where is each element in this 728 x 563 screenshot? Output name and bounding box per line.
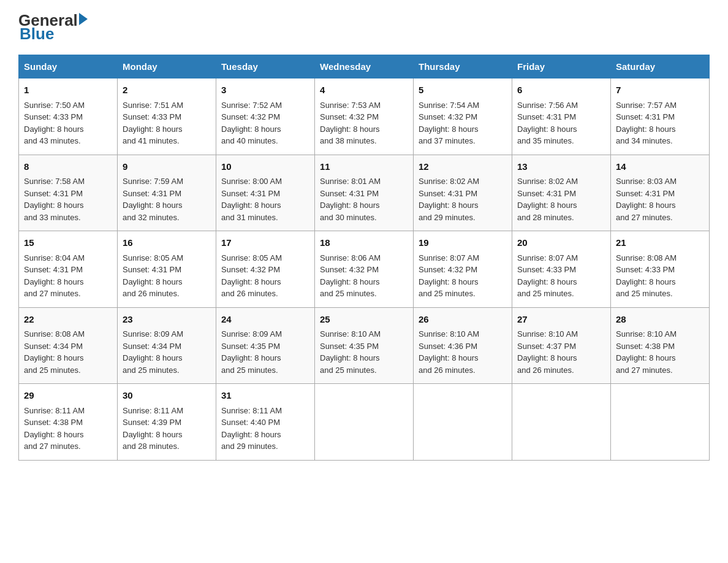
calendar-week-4: 22Sunrise: 8:08 AMSunset: 4:34 PMDayligh… — [19, 307, 710, 384]
day-number: 21 — [616, 236, 704, 250]
calendar-cell: 27Sunrise: 8:10 AMSunset: 4:37 PMDayligh… — [512, 307, 611, 384]
logo-arrow-icon — [79, 13, 88, 25]
calendar-cell: 5Sunrise: 7:54 AMSunset: 4:32 PMDaylight… — [414, 79, 512, 155]
calendar-cell: 23Sunrise: 8:09 AMSunset: 4:34 PMDayligh… — [118, 307, 216, 384]
day-number: 25 — [320, 313, 408, 327]
day-number: 3 — [221, 83, 309, 98]
calendar-week-1: 1Sunrise: 7:50 AMSunset: 4:33 PMDaylight… — [19, 79, 710, 155]
day-header-monday: Monday — [118, 55, 216, 79]
calendar-cell: 14Sunrise: 8:03 AMSunset: 4:31 PMDayligh… — [611, 155, 710, 231]
calendar-cell: 24Sunrise: 8:09 AMSunset: 4:35 PMDayligh… — [216, 307, 315, 384]
day-header-tuesday: Tuesday — [216, 55, 315, 79]
calendar-cell: 1Sunrise: 7:50 AMSunset: 4:33 PMDaylight… — [19, 79, 118, 155]
day-number: 23 — [123, 313, 211, 327]
calendar-cell: 7Sunrise: 7:57 AMSunset: 4:31 PMDaylight… — [611, 79, 710, 155]
calendar-cell: 26Sunrise: 8:10 AMSunset: 4:36 PMDayligh… — [414, 307, 512, 384]
day-number: 9 — [123, 160, 211, 174]
day-number: 14 — [616, 160, 704, 174]
day-header-thursday: Thursday — [414, 55, 512, 79]
calendar-cell — [414, 384, 512, 461]
day-number: 19 — [419, 236, 507, 250]
day-number: 11 — [320, 160, 408, 174]
calendar-cell: 11Sunrise: 8:01 AMSunset: 4:31 PMDayligh… — [315, 155, 414, 231]
calendar-cell: 4Sunrise: 7:53 AMSunset: 4:32 PMDaylight… — [315, 79, 414, 155]
calendar-cell: 20Sunrise: 8:07 AMSunset: 4:33 PMDayligh… — [512, 231, 611, 308]
logo-text-blue: Blue — [20, 25, 88, 44]
day-number: 10 — [221, 160, 309, 174]
calendar-cell: 6Sunrise: 7:56 AMSunset: 4:31 PMDaylight… — [512, 79, 611, 155]
calendar-cell: 18Sunrise: 8:06 AMSunset: 4:32 PMDayligh… — [315, 231, 414, 308]
calendar-cell: 8Sunrise: 7:58 AMSunset: 4:31 PMDaylight… — [19, 155, 118, 231]
calendar-cell — [315, 384, 414, 461]
calendar-cell: 22Sunrise: 8:08 AMSunset: 4:34 PMDayligh… — [19, 307, 118, 384]
day-header-sunday: Sunday — [19, 55, 118, 79]
day-number: 28 — [616, 313, 704, 327]
day-header-wednesday: Wednesday — [315, 55, 414, 79]
day-number: 4 — [320, 83, 408, 98]
calendar-header-row: SundayMondayTuesdayWednesdayThursdayFrid… — [19, 55, 710, 79]
calendar-table: SundayMondayTuesdayWednesdayThursdayFrid… — [18, 55, 710, 461]
day-number: 27 — [517, 313, 605, 327]
day-number: 31 — [221, 389, 309, 403]
day-number: 18 — [320, 236, 408, 250]
calendar-cell: 16Sunrise: 8:05 AMSunset: 4:31 PMDayligh… — [118, 231, 216, 308]
calendar-cell: 17Sunrise: 8:05 AMSunset: 4:32 PMDayligh… — [216, 231, 315, 308]
calendar-cell: 3Sunrise: 7:52 AMSunset: 4:32 PMDaylight… — [216, 79, 315, 155]
calendar-cell: 13Sunrise: 8:02 AMSunset: 4:31 PMDayligh… — [512, 155, 611, 231]
logo: General Blue — [18, 12, 88, 44]
day-number: 30 — [123, 389, 211, 403]
calendar-cell: 29Sunrise: 8:11 AMSunset: 4:38 PMDayligh… — [19, 384, 118, 461]
calendar-cell: 30Sunrise: 8:11 AMSunset: 4:39 PMDayligh… — [118, 384, 216, 461]
calendar-cell — [611, 384, 710, 461]
day-number: 24 — [221, 313, 309, 327]
calendar-cell: 25Sunrise: 8:10 AMSunset: 4:35 PMDayligh… — [315, 307, 414, 384]
day-number: 6 — [517, 83, 605, 98]
day-number: 15 — [24, 236, 112, 250]
day-header-saturday: Saturday — [611, 55, 710, 79]
calendar-cell: 2Sunrise: 7:51 AMSunset: 4:33 PMDaylight… — [118, 79, 216, 155]
calendar-cell: 31Sunrise: 8:11 AMSunset: 4:40 PMDayligh… — [216, 384, 315, 461]
day-number: 2 — [123, 83, 211, 98]
calendar-cell: 10Sunrise: 8:00 AMSunset: 4:31 PMDayligh… — [216, 155, 315, 231]
day-number: 5 — [419, 83, 507, 98]
day-number: 17 — [221, 236, 309, 250]
day-number: 12 — [419, 160, 507, 174]
calendar-cell — [512, 384, 611, 461]
calendar-cell: 21Sunrise: 8:08 AMSunset: 4:33 PMDayligh… — [611, 231, 710, 308]
calendar-week-3: 15Sunrise: 8:04 AMSunset: 4:31 PMDayligh… — [19, 231, 710, 308]
calendar-week-5: 29Sunrise: 8:11 AMSunset: 4:38 PMDayligh… — [19, 384, 710, 461]
day-number: 16 — [123, 236, 211, 250]
calendar-week-2: 8Sunrise: 7:58 AMSunset: 4:31 PMDaylight… — [19, 155, 710, 231]
calendar-cell: 28Sunrise: 8:10 AMSunset: 4:38 PMDayligh… — [611, 307, 710, 384]
calendar-cell: 9Sunrise: 7:59 AMSunset: 4:31 PMDaylight… — [118, 155, 216, 231]
day-number: 20 — [517, 236, 605, 250]
calendar-cell: 19Sunrise: 8:07 AMSunset: 4:32 PMDayligh… — [414, 231, 512, 308]
day-number: 26 — [419, 313, 507, 327]
day-number: 13 — [517, 160, 605, 174]
calendar-cell: 15Sunrise: 8:04 AMSunset: 4:31 PMDayligh… — [19, 231, 118, 308]
calendar-cell: 12Sunrise: 8:02 AMSunset: 4:31 PMDayligh… — [414, 155, 512, 231]
day-header-friday: Friday — [512, 55, 611, 79]
day-number: 8 — [24, 160, 112, 174]
page-header: General Blue — [18, 12, 710, 44]
day-number: 29 — [24, 389, 112, 403]
day-number: 22 — [24, 313, 112, 327]
day-number: 7 — [616, 83, 704, 98]
day-number: 1 — [24, 83, 112, 98]
